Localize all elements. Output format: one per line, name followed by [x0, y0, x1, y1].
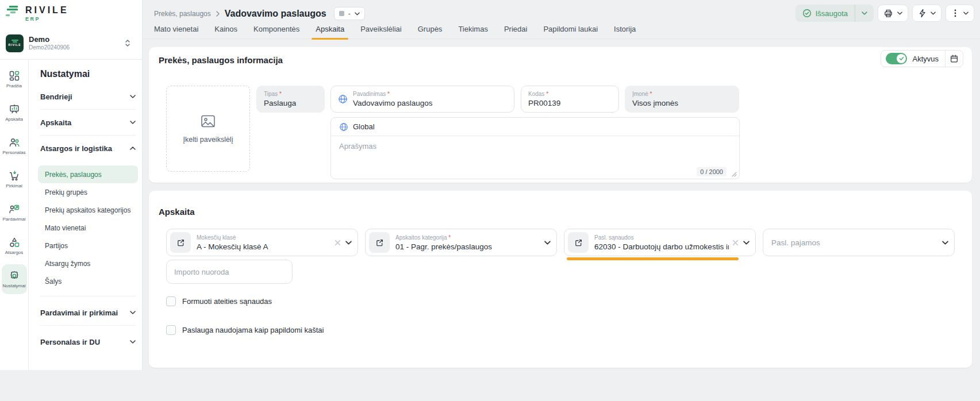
shapes-icon	[9, 237, 20, 248]
sidebar-group-personalas-ir-du[interactable]: Personalas ir DU	[40, 329, 136, 354]
saved-button[interactable]: Išsaugota	[795, 9, 855, 18]
app-logo[interactable]: RIVILE ERP	[5, 5, 69, 22]
active-toggle-label: Aktyvus	[912, 55, 939, 63]
code-field[interactable]: Kodas * PR00139	[521, 86, 619, 113]
tab-komponentes[interactable]: Komponentės	[253, 24, 299, 38]
sidebar-group-bendrieji[interactable]: Bendrieji	[40, 84, 136, 109]
type-field[interactable]: Tipas * Paslauga	[256, 86, 325, 113]
tab-priedai[interactable]: Priedai	[504, 24, 527, 38]
tab-grupes[interactable]: Grupės	[418, 24, 443, 38]
import-reference-input[interactable]	[174, 268, 285, 276]
rail-item-apskaita[interactable]: Apskaita	[2, 98, 27, 128]
sidebar-group-pardavimai-ir-pirkimai[interactable]: Pardavimai ir pirkimai	[40, 300, 136, 325]
service-income-placeholder: Pasl. pajamos	[771, 238, 942, 247]
panel-title: Nustatymai	[40, 69, 136, 79]
card-title: Apskaita	[159, 207, 195, 217]
tab-mato-vienetai[interactable]: Mato vienetai	[154, 24, 198, 38]
rail-item-atsargos[interactable]: Atsargos	[2, 231, 27, 261]
description-textarea[interactable]	[331, 136, 739, 166]
sidebar-item-salys[interactable]: Šalys	[38, 272, 138, 290]
tab-kainos[interactable]: Kainos	[214, 24, 237, 38]
open-record-button[interactable]	[170, 232, 191, 253]
settings-panel: Nustatymai Bendrieji Apskaita Atsargos i…	[29, 60, 143, 370]
checkbox-unchecked[interactable]	[166, 325, 176, 335]
sales-person-icon	[9, 203, 20, 215]
more-options-button[interactable]	[946, 5, 974, 22]
sidebar-group-atsargos-ir-logistika[interactable]: Atsargos ir logistika	[40, 136, 136, 161]
sidebar-item-prekiu-grupes[interactable]: Prekių grupės	[38, 183, 138, 201]
tax-class-dropdown[interactable]: Mokesčių klasė A - Mokesčių klasė A	[166, 229, 358, 256]
company-updown-icon	[124, 38, 131, 48]
rail-item-pirkimai[interactable]: Pirkimai	[2, 164, 27, 194]
print-button[interactable]	[878, 5, 908, 22]
code-value: PR00139	[528, 99, 560, 107]
tab-istorija[interactable]: Istorija	[614, 24, 636, 38]
accounting-category-dropdown[interactable]: Apskaitos kategorija * 01 - Pagr. prekės…	[365, 229, 557, 256]
external-link-icon	[574, 238, 583, 247]
automation-button[interactable]	[912, 5, 941, 22]
header-actions: Išsaugota	[795, 5, 974, 22]
sidebar-item-prekes-paslaugos[interactable]: Prekės, paslaugos	[38, 165, 138, 183]
char-counter: 0 / 2000	[697, 167, 727, 176]
clear-icon[interactable]	[335, 240, 341, 246]
globe-icon	[338, 94, 348, 104]
chevron-down-icon	[897, 11, 902, 15]
future-expenses-checkbox-row[interactable]: Formuoti ateities sąnaudas	[166, 296, 272, 306]
name-field[interactable]: Pavadinimas * Vadovavimo paslaugos	[330, 86, 514, 113]
variant-dropdown[interactable]: -	[334, 7, 365, 20]
sidebar-item-partijos[interactable]: Partijos	[38, 237, 138, 255]
open-record-button[interactable]	[568, 232, 589, 253]
save-options-chevron[interactable]	[855, 11, 874, 15]
brand-sub: ERP	[25, 16, 69, 22]
resize-handle-icon[interactable]	[732, 172, 737, 177]
open-record-button[interactable]	[369, 232, 390, 253]
description-box: Global 0 / 2000	[330, 117, 740, 179]
tab-papildomi-laukai[interactable]: Papildomi laukai	[543, 24, 598, 38]
sidebar-group-apskaita[interactable]: Apskaita	[40, 110, 136, 135]
calendar-button[interactable]	[946, 51, 963, 67]
rail-item-nustatymai[interactable]: Nustatymai	[2, 264, 27, 294]
active-toggle[interactable]	[886, 53, 907, 64]
rail-item-pardavimai[interactable]: Pardavimai	[2, 198, 27, 228]
product-info-card: Prekės, paslaugos informacija Aktyvus	[149, 47, 972, 183]
checkbox-unchecked[interactable]	[166, 296, 176, 306]
image-upload-dropzone[interactable]: Įkelti paveikslėlį	[166, 86, 250, 172]
clear-icon[interactable]	[732, 240, 739, 246]
service-expenses-dropdown[interactable]: Pasl. sąnaudos 62030 - Darbuotojų darbo …	[564, 229, 756, 256]
chevron-down-icon	[130, 340, 136, 344]
variant-square-icon	[339, 11, 344, 16]
tab-apskaita[interactable]: Apskaita	[316, 24, 344, 38]
sidebar-item-mato-vienetai[interactable]: Mato vienetai	[38, 219, 138, 237]
description-language-tab[interactable]: Global	[331, 118, 739, 136]
company-value: Visos įmonės	[632, 99, 678, 107]
chevron-down-icon	[345, 241, 352, 245]
presentation-chart-icon	[9, 103, 20, 115]
sidebar-item-prekiu-apskaitos-kategorijos[interactable]: Prekių apskaitos kategorijos	[38, 201, 138, 219]
submenu-atsargos: Prekės, paslaugos Prekių grupės Prekių a…	[40, 165, 136, 290]
service-income-dropdown[interactable]: Pasl. pajamos	[763, 229, 955, 256]
sidebar-item-atsargu-zymos[interactable]: Atsargų žymos	[38, 255, 138, 272]
kebab-menu-icon	[951, 9, 959, 18]
chevron-down-icon	[743, 241, 750, 245]
company-avatar: RIVILE	[6, 34, 24, 52]
cart-icon	[9, 170, 20, 182]
chevron-down-icon	[130, 311, 136, 314]
calendar-icon	[950, 54, 959, 63]
rail-item-personalas[interactable]: Personalas	[2, 131, 27, 161]
company-selector[interactable]: RIVILE Demo Demo20240906	[6, 32, 136, 55]
additional-costs-checkbox-row[interactable]: Paslauga naudojama kaip papildomi kaštai	[166, 325, 324, 335]
chevron-down-icon	[963, 11, 969, 15]
card-title: Prekės, paslaugos informacija	[159, 55, 283, 65]
rail-item-pradzia[interactable]: Pradžia	[2, 64, 27, 94]
breadcrumb-link[interactable]: Prekės, paslaugos	[154, 10, 211, 18]
tab-paveiksleliai[interactable]: Paveikslėliai	[360, 24, 402, 38]
breadcrumb: Prekės, paslaugos Vadovavimo paslaugos -	[154, 7, 365, 20]
tax-class-value: A - Mokesčių klasė A	[197, 242, 331, 251]
printer-icon	[883, 9, 893, 18]
company-field[interactable]: Įmonė * Visos įmonės	[625, 86, 739, 113]
image-icon	[201, 114, 216, 128]
app-window: RIVILE ERP RIVILE Demo Demo20240906	[0, 0, 980, 401]
divider	[40, 296, 136, 296]
tab-tiekimas[interactable]: Tiekimas	[458, 24, 488, 38]
import-reference-field	[166, 260, 293, 284]
